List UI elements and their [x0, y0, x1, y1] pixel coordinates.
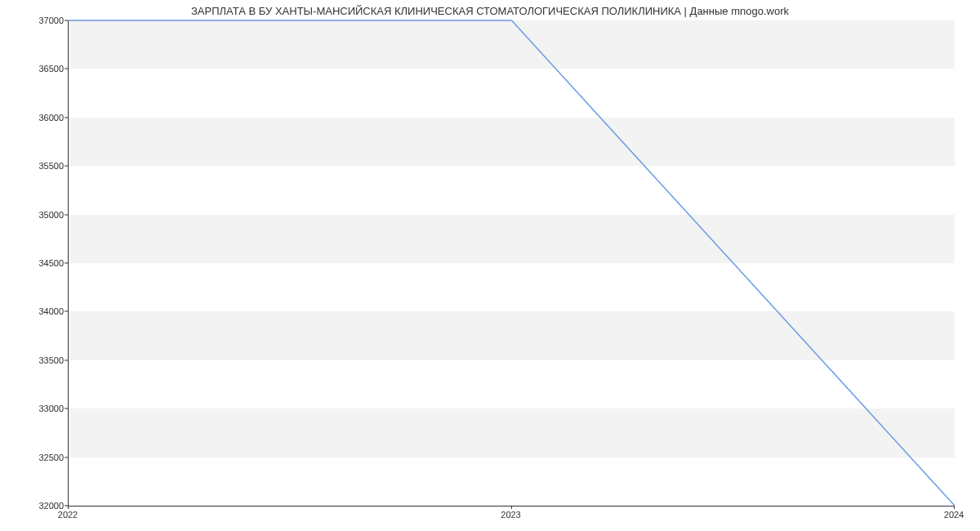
y-tick-label: 36500	[23, 64, 64, 74]
y-tick-label: 32500	[23, 453, 64, 462]
y-tick-label: 33500	[23, 355, 64, 365]
chart-container: ЗАРПЛАТА В БУ ХАНТЫ-МАНСИЙСКАЯ КЛИНИЧЕСК…	[0, 0, 980, 531]
chart-title: ЗАРПЛАТА В БУ ХАНТЫ-МАНСИЙСКАЯ КЛИНИЧЕСК…	[0, 5, 980, 17]
x-tick-label: 2024	[944, 510, 964, 520]
y-tick-label: 33000	[23, 404, 64, 413]
x-tick-label: 2022	[58, 510, 78, 520]
y-tick-label: 34500	[23, 258, 64, 268]
x-tick-label: 2023	[501, 510, 520, 520]
y-tick-label: 35000	[23, 210, 64, 220]
plot-area	[68, 20, 955, 506]
data-line	[69, 20, 955, 506]
y-tick-label: 34000	[23, 306, 64, 316]
y-tick-label: 36000	[23, 113, 64, 123]
y-tick-label: 37000	[23, 16, 64, 25]
y-tick-label: 35500	[23, 161, 64, 171]
